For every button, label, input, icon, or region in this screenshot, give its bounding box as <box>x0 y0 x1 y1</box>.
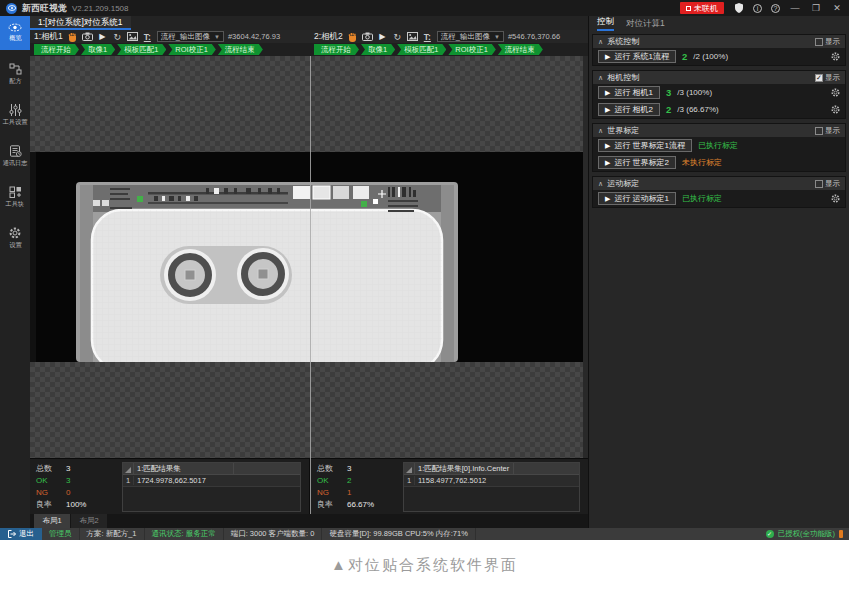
play-icon: ▶ <box>605 53 610 61</box>
show-checkbox[interactable]: 显示 <box>815 126 840 136</box>
flow-step[interactable]: 取像1 <box>361 44 395 55</box>
run-flow-icon[interactable]: ▶ <box>377 31 388 42</box>
main-area: 1:[对位系统]对位系统1 1:相机1 ▶ ↻ T: 流程_输出图像▼ #360… <box>30 16 588 528</box>
flow-step[interactable]: 模板匹配1 <box>397 44 446 55</box>
table-row[interactable]: 11724.9978,662.5017 <box>123 475 300 487</box>
checkbox-icon <box>815 127 823 135</box>
tab-alignment-calc[interactable]: 对位计算1 <box>626 18 665 31</box>
maximize-button[interactable]: ❐ <box>810 3 822 13</box>
collapse-icon[interactable]: ∧ <box>598 127 603 135</box>
flow-step[interactable]: ROI校正1 <box>448 44 496 55</box>
refresh-icon[interactable]: ↻ <box>392 31 403 42</box>
camera2-image-source-select[interactable]: 流程_输出图像▼ <box>437 31 504 42</box>
camera2-stats: 总数3 OK2 NG1 良率66.67% <box>317 462 403 510</box>
refresh-icon[interactable]: ↻ <box>112 31 123 42</box>
grab-hand-icon[interactable] <box>347 31 358 42</box>
grab-hand-icon[interactable] <box>67 31 78 42</box>
collapse-icon[interactable]: ∧ <box>598 38 603 46</box>
flow-step[interactable]: 流程开始 <box>34 44 79 55</box>
show-checkbox[interactable]: ✓显示 <box>815 73 840 83</box>
sidebar-item-tool-blocks[interactable]: 工具块 <box>0 180 30 214</box>
app-name: 新西旺视觉 <box>22 2 67 15</box>
tab-layout2[interactable]: 布局2 <box>71 514 107 528</box>
gear-icon <box>9 227 21 239</box>
run-camera1-button[interactable]: ▶运行 相机1 <box>598 86 660 99</box>
flow-step[interactable]: ROI校正1 <box>168 44 216 55</box>
run-row: ▶运行 相机2 2 /3 (66.67%) <box>593 101 845 118</box>
close-button[interactable]: ✕ <box>831 3 843 13</box>
image-output-icon[interactable] <box>127 31 138 42</box>
camera-icon[interactable] <box>362 31 373 42</box>
result-value: 1158.4977,762.5012 <box>415 476 489 485</box>
camera1-image-source-select[interactable]: 流程_输出图像▼ <box>157 31 224 42</box>
shield-icon[interactable] <box>733 3 744 14</box>
text-overlay-icon[interactable]: T: <box>422 31 433 42</box>
flow-step[interactable]: 模板匹配1 <box>117 44 166 55</box>
eye-icon <box>8 23 22 32</box>
camera-icon[interactable] <box>82 31 93 42</box>
tab-layout1[interactable]: 布局1 <box>34 514 70 528</box>
camera2-label: 2:相机2 <box>314 31 343 43</box>
table-corner-icon <box>404 463 415 475</box>
run-row: ▶运行 世界标定2 未执行标定 <box>593 154 845 171</box>
results-area: 总数3 OK3 NG0 良率100% ↻ 1:匹配结果集 11724.9978,… <box>30 458 588 514</box>
empty-column <box>513 463 580 474</box>
gear-icon[interactable] <box>831 194 840 203</box>
collapse-icon[interactable]: ∧ <box>598 180 603 188</box>
info-icon[interactable]: i <box>753 4 762 13</box>
flow-step[interactable]: 流程结束 <box>498 44 543 55</box>
blocks-icon <box>9 186 22 198</box>
table-row[interactable]: 11158.4977,762.5012 <box>404 475 579 487</box>
gear-icon[interactable] <box>831 105 840 114</box>
current-user: 管理员 <box>42 528 80 540</box>
collapse-icon[interactable]: ∧ <box>598 74 603 82</box>
sidebar-item-comm-log[interactable]: 通讯日志 <box>0 139 30 173</box>
control-tab-bar: 控制 对位计算1 <box>589 16 849 31</box>
sidebar-item-tool-settings[interactable]: 工具设置 <box>0 98 30 132</box>
gear-icon[interactable] <box>831 88 840 97</box>
run-system-flow-button[interactable]: ▶运行 系统1流程 <box>598 50 676 63</box>
camera2-result-table[interactable]: 1:匹配结果集[0].Info.Center 11158.4977,762.50… <box>403 462 580 512</box>
status-bar: 退出 管理员 方案: 新配方_1 通讯状态: 服务正常 端口: 3000 客户端… <box>0 528 849 540</box>
sidebar-item-overview[interactable]: 概览 <box>0 16 30 50</box>
show-checkbox[interactable]: 显示 <box>815 37 840 47</box>
sidebar-item-settings[interactable]: 设置 <box>0 221 30 255</box>
app-window: 新西旺视觉 V2.21.209.1508 未联机 i ? — ❐ ✕ 概览 配方… <box>0 0 849 540</box>
show-checkbox[interactable]: 显示 <box>815 179 840 189</box>
minimize-button[interactable]: — <box>789 3 801 13</box>
play-icon: ▶ <box>605 106 610 114</box>
run-world-calib1-button[interactable]: ▶运行 世界标定1流程 <box>598 139 692 152</box>
license-status: 已授权(全功能版) <box>778 529 836 539</box>
recipe-icon <box>9 63 22 75</box>
result-value: 1724.9978,662.5017 <box>134 476 209 485</box>
camera1-result-table[interactable]: 1:匹配结果集 11724.9978,662.5017 <box>122 462 301 512</box>
image-viewport[interactable] <box>30 56 588 458</box>
gear-icon[interactable] <box>831 52 840 61</box>
flow-step[interactable]: 流程结束 <box>218 44 263 55</box>
camera2-toolbar: 2:相机2 ▶ ↻ T: 流程_输出图像▼ #546.76,370.66 <box>310 30 588 43</box>
tab-control[interactable]: 控制 <box>597 16 614 31</box>
panel-split-divider[interactable] <box>310 56 311 514</box>
image-output-icon[interactable] <box>407 31 418 42</box>
run-motion-calib1-button[interactable]: ▶运行 运动标定1 <box>598 192 676 205</box>
exit-button[interactable]: 退出 <box>0 528 42 540</box>
run-world-calib2-button[interactable]: ▶运行 世界标定2 <box>598 156 676 169</box>
ok-count: 3 <box>66 476 70 485</box>
help-icon[interactable]: ? <box>771 4 780 13</box>
run-camera2-button[interactable]: ▶运行 相机2 <box>598 103 660 116</box>
flow-step[interactable]: 流程开始 <box>314 44 359 55</box>
text-overlay-icon[interactable]: T: <box>142 31 153 42</box>
run-flow-icon[interactable]: ▶ <box>97 31 108 42</box>
run-count-suffix: /3 (66.67%) <box>677 105 718 114</box>
result-column-header: 1:匹配结果集 <box>134 464 233 474</box>
camera2-flow-tags: 流程开始 取像1 模板匹配1 ROI校正1 流程结束 <box>310 43 588 56</box>
total-count: 3 <box>66 464 70 473</box>
offline-status-button[interactable]: 未联机 <box>680 2 724 14</box>
run-count-suffix: /3 (100%) <box>677 88 712 97</box>
tab-alignment-system[interactable]: 1:[对位系统]对位系统1 <box>30 16 131 30</box>
flow-step[interactable]: 取像1 <box>81 44 115 55</box>
checkbox-icon <box>815 38 823 46</box>
camera1-cursor-coords: #3604.42,76.93 <box>228 32 280 41</box>
sidebar-item-recipe[interactable]: 配方 <box>0 57 30 91</box>
caption-area: ▲对位贴合系统软件界面 <box>0 540 849 590</box>
